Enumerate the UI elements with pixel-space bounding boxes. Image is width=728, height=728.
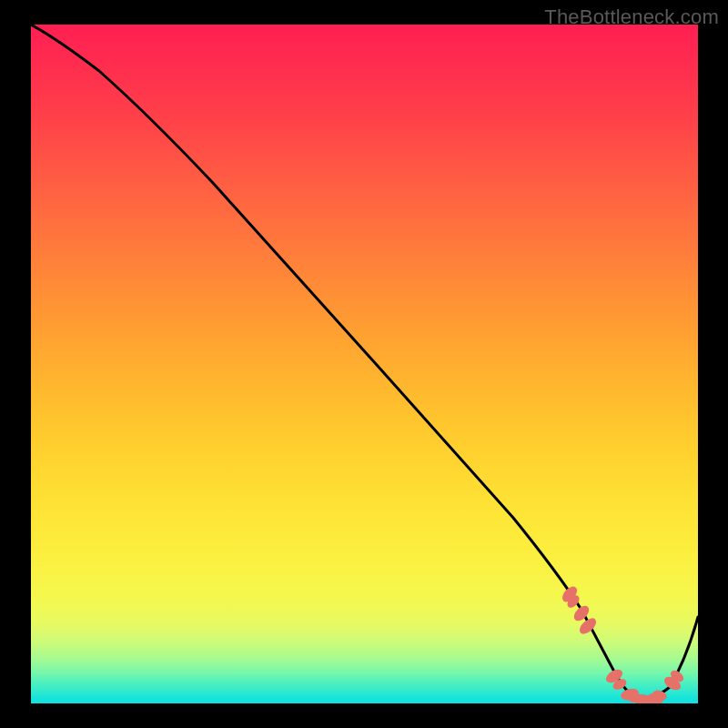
curve-svg <box>31 25 698 703</box>
chart-canvas: TheBottleneck.com <box>0 0 728 728</box>
plot-area <box>31 25 698 703</box>
marker-group <box>560 584 686 703</box>
curve-path <box>31 25 698 700</box>
watermark-label: TheBottleneck.com <box>544 5 719 29</box>
